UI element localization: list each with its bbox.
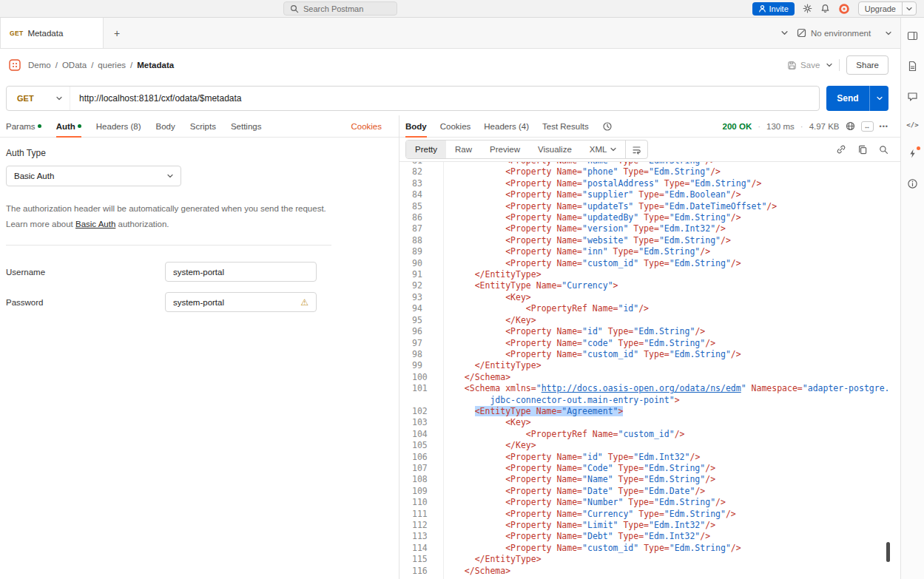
chevron-down-icon [167, 174, 173, 178]
copy-icon[interactable] [857, 144, 868, 155]
response-size[interactable]: 4.97 KB [809, 122, 840, 131]
wrap-lines-button[interactable] [625, 140, 647, 158]
tab-response-cookies[interactable]: Cookies [440, 115, 471, 137]
send-button[interactable]: Send [826, 86, 888, 111]
code-line: 112 <Property Name="Limit" Type="Edm.Int… [399, 520, 900, 531]
code-line: 102 <EntityType Name="Agreement"> [399, 406, 900, 417]
search-input[interactable]: Search Postman [283, 1, 397, 16]
chevron-down-icon[interactable] [781, 30, 788, 35]
warning-icon: ⚠ [300, 297, 308, 308]
code-line: 101 <Schema xmlns="http://docs.oasis-ope… [399, 383, 900, 394]
comments-icon[interactable] [907, 91, 918, 102]
code-line: 108 <Property Name="Name" Type="Edm.Stri… [399, 474, 900, 485]
response-toolbar: Pretty Raw Preview Visualize XML [399, 138, 900, 162]
url-input[interactable]: http://localhost:8181/cxf/odata/$metadat… [70, 93, 250, 104]
tab-settings[interactable]: Settings [231, 115, 262, 137]
view-visualize[interactable]: Visualize [529, 140, 581, 158]
view-pretty[interactable]: Pretty [406, 140, 446, 158]
code-line: 109 <Property Name="Date" Type="Edm.Date… [399, 486, 900, 497]
tab-headers[interactable]: Headers (8) [96, 115, 141, 137]
promo-icon[interactable] [838, 3, 850, 15]
code-line: 113 <Property Name="Debt" Type="Edm.Int3… [399, 531, 900, 542]
tab-body[interactable]: Body [156, 115, 175, 137]
info-icon[interactable] [907, 178, 918, 189]
code-line: 110 <Property Name="Number" Type="Edm.St… [399, 497, 900, 508]
request-tab-method: GET [10, 30, 23, 37]
vertical-scrollbar[interactable] [886, 542, 890, 562]
search-icon[interactable] [879, 145, 888, 155]
link-icon[interactable] [836, 144, 846, 155]
code-line: 86 <Property Name="updatedBy" Type="Edm.… [399, 212, 900, 223]
basic-auth-link[interactable]: Basic Auth [75, 220, 115, 228]
code-icon[interactable]: </> [906, 121, 918, 129]
save-button[interactable]: Save [787, 61, 820, 70]
chevron-down-icon[interactable] [826, 63, 832, 67]
username-label: Username [6, 268, 165, 277]
tab-auth[interactable]: Auth [56, 115, 81, 137]
view-preview[interactable]: Preview [481, 140, 529, 158]
response-view-group: Pretty Raw Preview Visualize XML [405, 140, 648, 159]
workspace-icon[interactable] [9, 59, 21, 71]
response-pane: Body Cookies Headers (4) Test Results 20… [399, 115, 900, 579]
format-select[interactable]: XML [581, 140, 626, 158]
divider [839, 59, 840, 71]
breadcrumb-item[interactable]: OData [62, 61, 87, 70]
environment-selector[interactable]: No environment [797, 28, 891, 38]
method-selector[interactable]: GET [7, 87, 70, 110]
content-dot [38, 124, 41, 128]
share-button[interactable]: Share [846, 55, 888, 75]
response-header: Body Cookies Headers (4) Test Results 20… [399, 115, 900, 138]
request-editor-tabs: Params Auth Headers (8) Body Scripts Set… [0, 115, 399, 138]
request-tab[interactable]: GET Metadata [0, 18, 104, 48]
new-tab-button[interactable]: + [114, 28, 120, 38]
auth-description: The authorization header will be automat… [6, 201, 339, 231]
resize-icon[interactable]: ↔ [861, 121, 874, 132]
layout-icon[interactable] [907, 30, 918, 41]
bell-icon[interactable] [820, 4, 830, 13]
auth-panel: Auth Type Basic Auth The authorization h… [0, 138, 399, 312]
cookies-link[interactable]: Cookies [351, 122, 393, 131]
url-bar: GET http://localhost:8181/cxf/odata/$met… [6, 86, 820, 111]
chevron-down-icon[interactable] [902, 2, 916, 15]
send-options-chevron[interactable] [869, 86, 888, 111]
search-icon [290, 4, 299, 13]
lightning-icon[interactable] [907, 148, 918, 159]
tab-response-body[interactable]: Body [405, 115, 427, 137]
tab-response-headers[interactable]: Headers (4) [484, 115, 529, 137]
code-line: 98 <Property Name="custom_id" Type="Edm.… [399, 349, 900, 360]
notification-dot [917, 146, 920, 150]
code-line: 96 <Property Name="id" Type="Edm.String"… [399, 326, 900, 337]
globe-icon[interactable] [846, 121, 855, 131]
breadcrumb-item[interactable]: Demo [28, 61, 51, 70]
view-raw[interactable]: Raw [446, 140, 481, 158]
breadcrumb-current: Metadata [137, 61, 174, 70]
documentation-icon[interactable] [907, 61, 918, 72]
wrap-text-icon [632, 145, 641, 155]
code-line: 87 <Property Name="version" Type="Edm.In… [399, 223, 900, 234]
environment-icon [797, 28, 806, 38]
invite-button[interactable]: Invite [752, 2, 795, 16]
code-line: 107 <Property Name="Code" Type="Edm.Stri… [399, 463, 900, 474]
gear-icon[interactable] [803, 4, 812, 13]
username-field[interactable]: system-portal [165, 262, 317, 282]
auth-type-select[interactable]: Basic Auth [6, 166, 181, 186]
response-time[interactable]: 130 ms [766, 122, 795, 131]
upgrade-button[interactable]: Upgrade [858, 1, 917, 16]
password-field[interactable]: system-portal ⚠ [165, 292, 317, 312]
password-label: Password [6, 298, 165, 307]
person-icon [758, 4, 766, 13]
status-badge[interactable]: 200 OK [723, 122, 752, 131]
code-line: 116 </Schema> [399, 566, 900, 577]
topbar: Search Postman Invite Upgrade [0, 0, 924, 18]
response-body-viewer: 81 <Property Name="name" Type="Edm.Strin… [399, 162, 900, 579]
more-actions-icon[interactable]: ••• [880, 123, 888, 130]
divider [6, 245, 331, 246]
breadcrumb-separator: / [130, 61, 132, 70]
breadcrumb-item[interactable]: queries [98, 61, 126, 70]
history-icon[interactable] [602, 121, 613, 132]
code-line: 97 <Property Name="code" Type="Edm.Strin… [399, 338, 900, 349]
tab-params[interactable]: Params [6, 115, 41, 137]
tab-test-results[interactable]: Test Results [542, 115, 589, 137]
tab-scripts[interactable]: Scripts [190, 115, 216, 137]
content-dot [78, 124, 81, 128]
